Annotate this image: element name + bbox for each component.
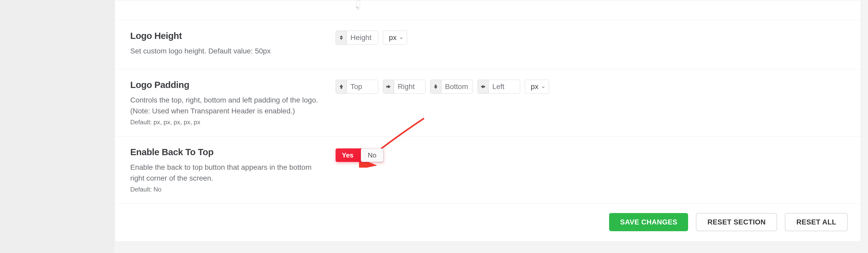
settings-panel: Logo Height Set custom logo height. Defa…	[114, 0, 861, 242]
settings-page: Logo Height Set custom logo height. Defa…	[0, 0, 868, 253]
chevron-down-icon	[541, 82, 545, 91]
toggle-no-button[interactable]: No	[361, 148, 383, 162]
arrow-down-icon	[431, 80, 441, 94]
unit-value: px	[531, 82, 539, 91]
setting-title: Logo Height	[130, 31, 320, 41]
padding-bottom-input[interactable]	[441, 80, 473, 94]
setting-desc: Enable the back to top button that appea…	[130, 162, 320, 184]
setting-row-logo-padding: Logo Padding Controls the top, right, bo…	[115, 69, 861, 137]
padding-bottom-group	[430, 80, 473, 94]
setting-title: Logo Padding	[130, 80, 320, 90]
reset-all-button[interactable]: RESET ALL	[785, 213, 848, 231]
setting-desc: Controls the top, right, bottom and left…	[130, 95, 320, 116]
height-input-group	[336, 31, 378, 45]
arrow-up-icon	[336, 80, 347, 94]
padding-right-group	[383, 80, 426, 94]
setting-title: Enable Back To Top	[130, 147, 320, 157]
back-to-top-toggle: Yes No	[336, 148, 383, 162]
code-editor-row	[115, 0, 861, 20]
setting-row-back-to-top: Enable Back To Top Enable the back to to…	[115, 137, 861, 204]
padding-right-input[interactable]	[394, 80, 425, 94]
label-col: Enable Back To Top Enable the back to to…	[115, 147, 336, 193]
setting-row-logo-height: Logo Height Set custom logo height. Defa…	[115, 20, 861, 69]
height-input[interactable]	[347, 31, 378, 44]
left-sidebar	[0, 0, 114, 253]
toggle-yes-button[interactable]: Yes	[336, 148, 361, 162]
save-changes-button[interactable]: SAVE CHANGES	[609, 213, 688, 231]
reset-section-button[interactable]: RESET SECTION	[696, 213, 777, 231]
label-col: Logo Padding Controls the top, right, bo…	[115, 80, 336, 126]
control-col: px	[336, 31, 861, 59]
padding-top-group	[336, 80, 378, 94]
control-col: Yes No	[336, 147, 861, 193]
padding-left-group	[477, 80, 520, 94]
label-col: Logo Height Set custom logo height. Defa…	[115, 31, 336, 59]
height-unit-select[interactable]: px	[383, 31, 407, 45]
padding-top-input[interactable]	[347, 80, 378, 94]
updown-icon	[336, 31, 347, 44]
setting-desc: Set custom logo height. Default value: 5…	[130, 46, 320, 57]
control-col: px	[336, 80, 861, 126]
arrow-right-icon	[383, 80, 394, 94]
resize-handle-icon[interactable]	[354, 4, 359, 9]
setting-default: Default: px, px, px, px, px	[130, 118, 320, 126]
code-editor[interactable]	[356, 0, 360, 10]
unit-value: px	[389, 33, 397, 42]
arrow-left-icon	[478, 80, 489, 94]
setting-default: Default: No	[130, 186, 320, 193]
chevron-down-icon	[400, 33, 403, 42]
padding-left-input[interactable]	[489, 80, 520, 94]
padding-unit-select[interactable]: px	[525, 80, 549, 94]
settings-footer: SAVE CHANGES RESET SECTION RESET ALL	[115, 204, 861, 242]
